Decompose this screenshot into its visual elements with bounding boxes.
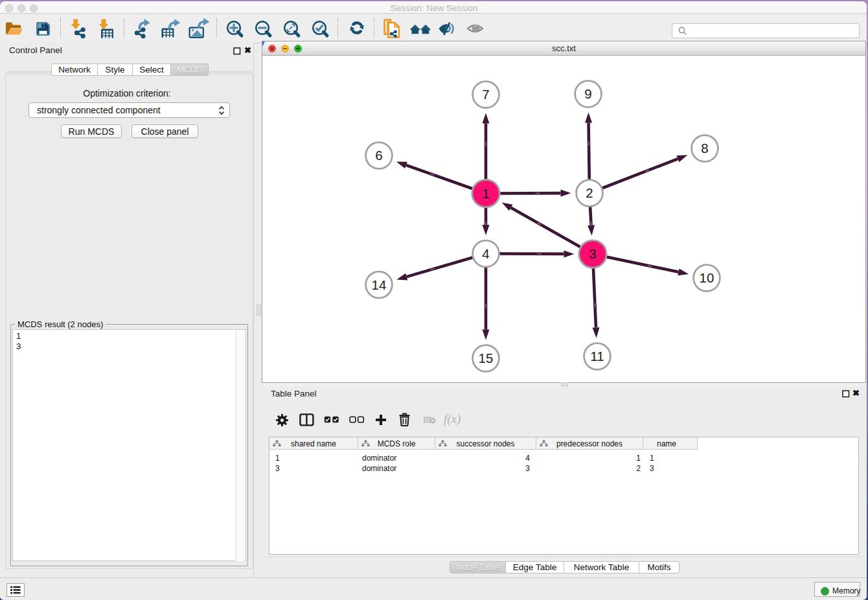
svg-text:4: 4: [482, 246, 489, 261]
svg-text:11: 11: [590, 349, 604, 363]
svg-text:3: 3: [589, 246, 596, 261]
svg-text:2: 2: [586, 185, 593, 200]
svg-text:14: 14: [372, 277, 387, 292]
svg-text:15: 15: [479, 351, 494, 365]
svg-text:9: 9: [584, 86, 591, 101]
svg-text:8: 8: [701, 141, 708, 156]
svg-text:6: 6: [375, 148, 382, 163]
svg-text:7: 7: [482, 87, 489, 102]
svg-text:1: 1: [482, 186, 489, 201]
svg-text:10: 10: [700, 270, 714, 285]
